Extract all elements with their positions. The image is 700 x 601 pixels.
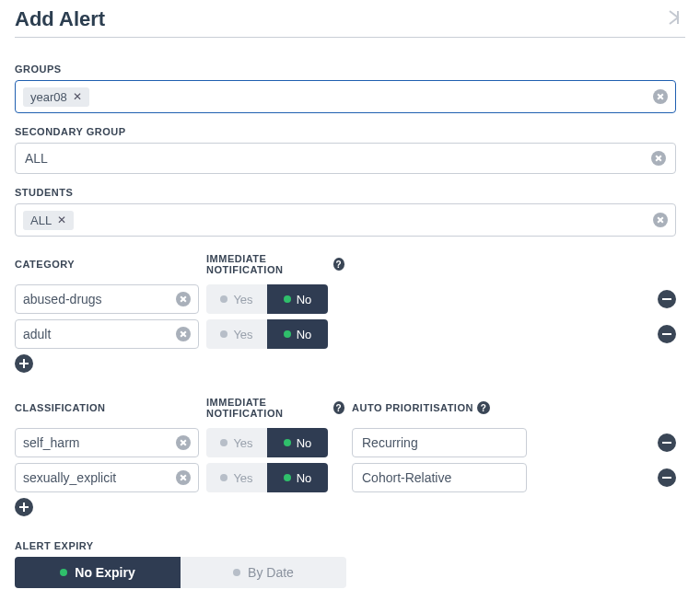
students-input[interactable]: ALL ✕ [15,203,676,237]
toggle-yes[interactable]: Yes [206,463,267,492]
close-icon[interactable] [667,8,685,30]
category-row: abused-drugs Yes No [15,284,676,314]
clear-secondary-group-icon[interactable] [651,151,666,166]
student-chip[interactable]: ALL ✕ [23,211,74,230]
clear-groups-icon[interactable] [653,89,668,104]
clear-classification-icon[interactable] [176,435,191,450]
secondary-group-label: SECONDARY GROUP [15,126,676,137]
remove-row-icon[interactable] [658,433,676,452]
category-value: adult [23,327,51,341]
toggle-yes[interactable]: Yes [206,284,267,314]
alert-expiry-toggle[interactable]: No Expiry By Date [15,557,346,588]
chip-remove-icon[interactable]: ✕ [57,214,66,226]
chip-text: year08 [30,90,67,104]
groups-input[interactable]: year08 ✕ [15,80,676,113]
classification-input[interactable]: sexually_explicit [15,463,199,492]
toggle-no[interactable]: No [267,319,328,349]
category-label: CATEGORY [15,259,199,270]
toggle-no[interactable]: No [267,428,328,457]
immediate-toggle[interactable]: Yes No [206,428,328,457]
category-row: adult Yes No [15,319,676,349]
auto-prioritisation-select[interactable]: Cohort-Relative [352,463,527,492]
remove-row-icon[interactable] [658,468,676,487]
immediate-notification-label: IMMEDIATE NOTIFICATION [206,253,330,275]
auto-prioritisation-select[interactable]: Recurring [352,428,527,457]
classification-value: self_harm [23,435,79,450]
classification-input[interactable]: self_harm [15,428,199,457]
toggle-no[interactable]: No [267,463,328,492]
toggle-yes[interactable]: Yes [206,428,267,457]
toggle-no[interactable]: No [267,284,328,314]
clear-classification-icon[interactable] [176,470,191,485]
classification-value: sexually_explicit [23,470,116,485]
chip-text: ALL [30,214,52,227]
category-input[interactable]: abused-drugs [15,284,199,314]
students-label: STUDENTS [15,187,676,198]
remove-row-icon[interactable] [658,290,676,308]
classification-label: CLASSIFICATION [15,402,199,413]
page-title: Add Alert [15,7,105,31]
form-scroll-area[interactable]: GROUPS year08 ✕ SECONDARY GROUP ALL STUD… [15,51,685,598]
immediate-toggle[interactable]: Yes No [206,463,328,492]
immediate-toggle[interactable]: Yes No [206,284,328,314]
immediate-notification-label: IMMEDIATE NOTIFICATION [206,397,330,419]
remove-row-icon[interactable] [658,325,676,343]
alert-expiry-label: ALERT EXPIRY [15,540,676,551]
classification-row: self_harm Yes No Recurring [15,428,676,457]
help-icon[interactable]: ? [333,401,344,414]
secondary-group-input[interactable]: ALL [15,143,676,174]
clear-category-icon[interactable] [176,292,191,306]
chip-remove-icon[interactable]: ✕ [73,90,82,103]
groups-label: GROUPS [15,64,676,75]
expiry-no-expiry[interactable]: No Expiry [15,557,181,588]
add-classification-button[interactable] [15,498,33,516]
clear-students-icon[interactable] [653,213,668,227]
immediate-toggle[interactable]: Yes No [206,319,328,349]
category-value: abused-drugs [23,292,102,306]
clear-category-icon[interactable] [176,327,191,341]
group-chip[interactable]: year08 ✕ [23,87,89,107]
category-input[interactable]: adult [15,319,199,349]
help-icon[interactable]: ? [333,258,344,271]
expiry-by-date[interactable]: By Date [181,557,346,588]
secondary-group-value: ALL [25,151,48,166]
classification-row: sexually_explicit Yes No Cohort-Relative [15,463,676,492]
toggle-yes[interactable]: Yes [206,319,267,349]
help-icon[interactable]: ? [477,401,490,414]
auto-prioritisation-label: AUTO PRIORITISATION [352,402,473,413]
add-category-button[interactable] [15,354,33,373]
